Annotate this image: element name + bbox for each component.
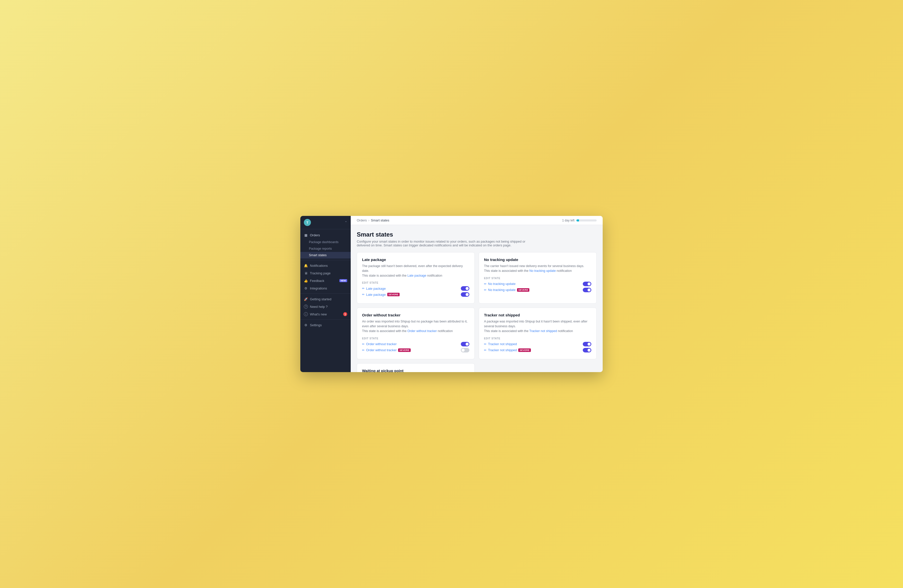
state-toggle[interactable] [461,348,469,352]
sidebar-item-smart-states[interactable]: Smart states [300,252,351,258]
sidebar-item-settings[interactable]: ⚙ Settings [300,321,351,329]
severe-badge: SEVERE [387,293,400,296]
sidebar-item-package-dashboards[interactable]: Package dashboards [300,239,351,245]
state-name[interactable]: No tracking update [488,282,516,286]
card-link[interactable]: No tracking update [529,269,556,273]
severe-badge: SEVERE [518,348,531,352]
card-title: No tracking update [484,258,592,262]
sidebar: T ⌃ ▦ Orders Package dashboards Package … [300,216,351,372]
sidebar-item-notifications[interactable]: 🔔 Notifications [300,262,351,269]
card-title: Tracker not shipped [484,313,592,317]
account-chevron-icon: ⌃ [345,221,347,224]
card-link[interactable]: Tracker not shipped [529,329,557,333]
state-name[interactable]: Tracker not shipped [488,348,517,352]
whats-new-label: What's new [310,312,341,316]
sidebar-item-tracking-page[interactable]: 🖥 Tracking page [300,269,351,277]
state-toggle[interactable] [461,342,469,346]
trial-progress-fill [576,219,579,222]
state-toggle[interactable] [461,286,469,291]
whats-new-icon: i [304,312,308,316]
notifications-icon: 🔔 [304,264,308,267]
state-toggle[interactable] [583,342,592,346]
card-order-without-tracker: Order without tracker An order was impor… [357,308,475,359]
edit-icon[interactable]: ✏ [484,282,486,286]
state-row-left: ✏ No tracking update [484,282,516,286]
state-name[interactable]: Late package [366,287,386,291]
edit-state-label: EDIT STATE [362,337,469,340]
state-row-left: ✏ No tracking update SEVERE [484,288,529,292]
edit-icon[interactable]: ✏ [362,343,365,346]
orders-icon: ▦ [304,233,308,237]
state-name[interactable]: No tracking update [488,288,516,292]
state-row-left: ✏ Late package SEVERE [362,293,400,297]
need-help-icon: ? [304,305,308,309]
card-link[interactable]: Late package [407,274,426,277]
integrations-label: Integrations [310,286,347,290]
feedback-new-badge: NEW [339,279,347,282]
feedback-label: Feedback [310,279,337,283]
breadcrumb-current: Smart states [371,219,389,222]
state-row-left: ✏ Order without tracker SEVERE [362,348,411,352]
edit-icon[interactable]: ✏ [362,348,365,352]
breadcrumb-parent[interactable]: Orders [357,219,367,222]
state-toggle[interactable] [583,281,592,286]
sidebar-item-feedback[interactable]: 👍 Feedback NEW [300,277,351,285]
sidebar-item-integrations[interactable]: ⚙ Integrations [300,285,351,292]
state-toggle[interactable] [583,348,592,352]
sidebar-divider-1 [300,260,351,260]
breadcrumb-sep: › [368,219,370,222]
state-row: ✏ Late package [362,286,469,291]
sidebar-divider-3 [300,319,351,320]
card-title: Order without tracker [362,313,469,317]
tracking-page-label: Tracking page [310,271,347,275]
card-tracker-not-shipped: Tracker not shipped A package was import… [479,308,596,359]
need-help-label: Need help ? [310,305,347,309]
edit-state-label: EDIT STATE [484,277,592,280]
edit-icon[interactable]: ✏ [484,348,486,352]
state-toggle[interactable] [461,292,469,297]
content-area: Smart states Configure your smart states… [351,225,603,372]
state-row: ✏ No tracking update [484,281,592,286]
card-title: Late package [362,258,469,262]
state-toggle[interactable] [583,288,592,292]
state-row-left: ✏ Tracker not shipped [484,342,517,346]
package-reports-label: Package reports [309,247,332,250]
state-name[interactable]: Order without tracker [366,348,396,352]
trial-label: 1 day left [562,219,574,222]
state-row: ✏ Late package SEVERE [362,292,469,297]
card-no-tracking-update: No tracking update The carrier hasn't is… [479,252,596,303]
trial-info: 1 day left [562,219,596,222]
sidebar-item-whats-new[interactable]: i What's new 1 [300,310,351,318]
smart-states-label: Smart states [309,253,327,257]
edit-state-label: EDIT STATE [484,337,592,340]
card-link[interactable]: Order without tracker [407,329,437,333]
state-name[interactable]: Order without tracker [366,342,396,346]
sidebar-item-orders[interactable]: ▦ Orders [300,231,351,239]
state-row-left: ✏ Order without tracker [362,342,396,346]
whats-new-badge: 1 [343,312,347,316]
edit-state-label: EDIT STATE [362,281,469,284]
edit-icon[interactable]: ✏ [362,287,365,290]
page-description: Configure your smart states in order to … [357,240,533,247]
state-name[interactable]: Late package [366,293,386,297]
sidebar-item-getting-started[interactable]: 🚀 Getting started [300,295,351,303]
cards-grid: Late package The package still hasn't be… [357,252,596,372]
sidebar-item-package-reports[interactable]: Package reports [300,245,351,252]
severe-badge: SEVERE [398,348,411,352]
integrations-icon: ⚙ [304,286,308,290]
severe-badge: SEVERE [517,288,529,292]
page-title: Smart states [357,231,596,238]
edit-icon[interactable]: ✏ [484,343,486,346]
edit-icon[interactable]: ✏ [362,293,365,296]
edit-icon[interactable]: ✏ [484,288,486,292]
sidebar-orders-label: Orders [310,233,347,237]
card-title: Waiting at pickup point [362,369,469,373]
main-content: Orders › Smart states 1 day left Smart s… [351,216,603,372]
sidebar-item-need-help[interactable]: ? Need help ? [300,303,351,310]
sidebar-header[interactable]: T ⌃ [300,216,351,229]
getting-started-label: Getting started [310,297,347,301]
state-name[interactable]: Tracker not shipped [488,342,517,346]
state-row: ✏ Tracker not shipped [484,342,592,346]
avatar: T [304,219,311,226]
breadcrumb: Orders › Smart states [357,219,389,222]
